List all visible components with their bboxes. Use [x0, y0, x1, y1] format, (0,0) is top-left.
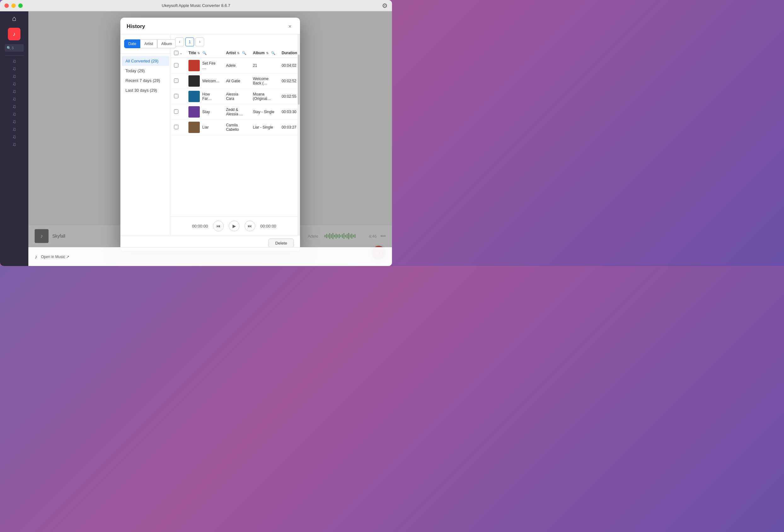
gear-icon[interactable]: ⚙	[382, 2, 388, 9]
row-artist-2: Alessia Cara	[223, 89, 250, 104]
apple-music-logo: ♪	[8, 28, 21, 40]
row-album-3: Stay - Single	[250, 104, 278, 120]
sidebar-note-7: ♫	[12, 104, 16, 109]
app-window: Ukeysoft Apple Music Converter 8.6.7 ⚙ ⌂…	[0, 0, 392, 266]
table-row: How Far… Alessia Cara Moana (Original… 0…	[171, 89, 298, 104]
player-play-button[interactable]: ▶	[229, 221, 240, 231]
row-title-4: Liar	[185, 120, 223, 135]
minimize-traffic-light[interactable]	[11, 3, 16, 8]
sidebar-search[interactable]: 🔍 S	[5, 44, 24, 52]
apple-music-icon: ♪	[13, 31, 16, 37]
row-checkbox-3[interactable]	[174, 109, 178, 114]
table-row: Liar Camila Cabello Liar - Single 00:03:…	[171, 120, 298, 135]
sidebar-note-1: ♫	[12, 58, 16, 64]
track-title-text-2: How Far…	[202, 92, 220, 101]
modal-title: History	[127, 23, 145, 30]
prev-page-button[interactable]: ‹	[175, 37, 184, 46]
track-title-text-3: Stay	[202, 110, 210, 114]
sidebar-note-11: ♫	[12, 134, 16, 140]
sidebar-note-4: ♫	[12, 81, 16, 87]
row-checkbox-4[interactable]	[174, 125, 178, 129]
table-row: Welcom… Ali Gatie Welcome Back (… 00:02:…	[171, 74, 298, 89]
row-artist-0: Adele	[223, 58, 250, 74]
table-panel: ‹ 1 ›	[171, 34, 298, 235]
modal-overlay: History × Date Artist Album	[28, 11, 392, 266]
modal-body: Date Artist Album All Converted (29) Tod…	[120, 34, 300, 235]
bottom-bar: ♪ Open in Music ↗	[28, 247, 392, 266]
app-body: ⌂ ♪ 🔍 S ♫ ♫ ♫ ♫ ♫ ♫ ♫ ♫ ♫ ♫ ♫ ♫	[0, 11, 392, 266]
artist-search-icon[interactable]: 🔍	[242, 51, 246, 55]
track-art-3	[189, 106, 200, 117]
next-page-button[interactable]: ›	[195, 37, 204, 46]
title-bar: Ukeysoft Apple Music Converter 8.6.7 ⚙	[0, 0, 392, 11]
album-search-icon[interactable]: 🔍	[271, 51, 275, 55]
sidebar-note-3: ♫	[12, 74, 16, 79]
home-icon[interactable]: ⌂	[12, 15, 16, 23]
sidebar-divider	[5, 55, 24, 56]
select-all-checkbox[interactable]	[174, 51, 178, 55]
row-duration-1: 00:02:52	[279, 74, 298, 89]
filter-today[interactable]: Today (29)	[120, 66, 170, 76]
th-artist-label: Artist	[226, 51, 236, 55]
title-sort-icon[interactable]: ⇅	[197, 51, 200, 55]
track-title-text-0: Set Fire …	[202, 61, 220, 70]
player-next-button[interactable]: ⏭	[245, 221, 255, 231]
track-art-0	[189, 60, 200, 71]
table-scroll[interactable]: ⌄ Title ⇅ 🔍	[171, 48, 298, 217]
window-title: Ukeysoft Apple Music Converter 8.6.7	[162, 3, 230, 8]
modal-scrollbar[interactable]	[298, 34, 300, 235]
row-duration-0: 00:04:02	[279, 58, 298, 74]
row-cb-1	[171, 74, 185, 89]
sidebar-note-2: ♫	[12, 66, 16, 72]
row-album-0: 21	[250, 58, 278, 74]
open-in-music-button[interactable]: Open in Music ↗	[41, 255, 69, 259]
delete-button[interactable]: Delete	[269, 239, 294, 248]
current-page-button[interactable]: 1	[185, 37, 194, 46]
table-header: ⌄ Title ⇅ 🔍	[171, 48, 298, 58]
row-duration-3: 00:03:30	[279, 104, 298, 120]
maximize-traffic-light[interactable]	[18, 3, 23, 8]
traffic-lights	[4, 3, 23, 8]
sort-icon: ⌄	[179, 51, 182, 55]
filter-list: All Converted (29) Today (29) Recent 7 d…	[120, 54, 170, 98]
row-checkbox-2[interactable]	[174, 94, 178, 98]
player-bar: 00:00:00 ⏮ ▶ ⏭ 00:00:00	[171, 217, 298, 235]
modal-close-button[interactable]: ×	[286, 23, 294, 30]
row-title-0: Set Fire …	[185, 58, 223, 74]
row-cb-0	[171, 58, 185, 74]
row-title-2: How Far…	[185, 89, 223, 104]
track-title-text-1: Welcom…	[202, 79, 220, 83]
sidebar-note-12: ♫	[12, 141, 16, 147]
filter-tab-group: Date Artist Album	[120, 39, 170, 54]
row-cb-3	[171, 104, 185, 120]
track-art-1	[189, 75, 200, 87]
row-cb-2	[171, 89, 185, 104]
track-art-4	[189, 122, 200, 133]
close-traffic-light[interactable]	[4, 3, 9, 8]
sidebar-note-5: ♫	[12, 89, 16, 94]
player-time-end: 00:00:00	[260, 224, 276, 228]
player-time-start: 00:00:00	[192, 224, 208, 228]
th-album: Album ⇅ 🔍	[250, 48, 278, 58]
filter-recent-7[interactable]: Recent 7 days (29)	[120, 76, 170, 85]
player-prev-button[interactable]: ⏮	[213, 221, 224, 231]
sidebar-note-9: ♫	[12, 119, 16, 124]
tab-artist[interactable]: Artist	[140, 39, 157, 48]
main-content: ♪ Skyfall Adele	[28, 11, 392, 266]
row-album-4: Liar - Single	[250, 120, 278, 135]
row-duration-4: 00:03:27	[279, 120, 298, 135]
history-modal: History × Date Artist Album	[120, 18, 300, 251]
row-title-3: Stay	[185, 104, 223, 120]
row-checkbox-0[interactable]	[174, 63, 178, 67]
track-table: ⌄ Title ⇅ 🔍	[171, 48, 298, 135]
row-artist-4: Camila Cabello	[223, 120, 250, 135]
artist-sort-icon[interactable]: ⇅	[237, 51, 240, 55]
title-search-icon[interactable]: 🔍	[202, 51, 207, 55]
album-sort-icon[interactable]: ⇅	[266, 51, 269, 55]
row-checkbox-1[interactable]	[174, 79, 178, 83]
tab-date[interactable]: Date	[124, 39, 140, 48]
sidebar-note-6: ♫	[12, 96, 16, 102]
table-row: Stay Zedd & Alessia … Stay - Single 00:0…	[171, 104, 298, 120]
filter-all-converted[interactable]: All Converted (29)	[122, 56, 169, 66]
filter-last-30[interactable]: Last 30 days (29)	[120, 85, 170, 95]
